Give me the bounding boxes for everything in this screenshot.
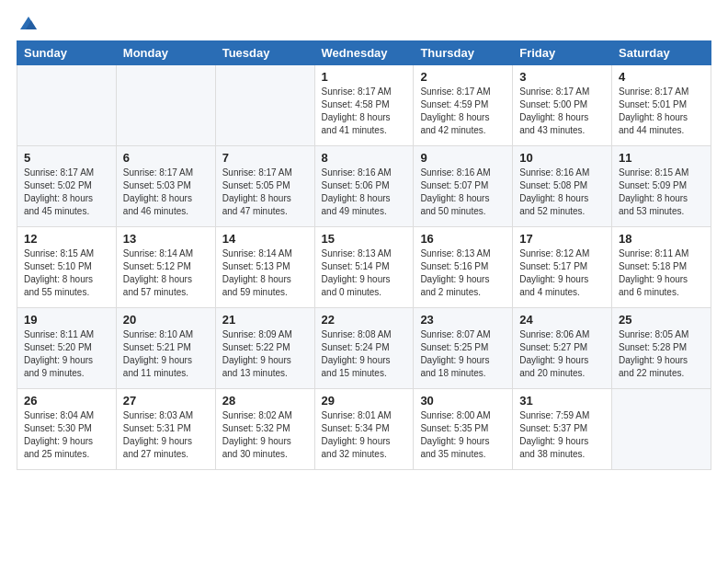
day-number: 16 (420, 232, 506, 246)
day-number: 17 (519, 232, 605, 246)
header (17, 15, 711, 31)
calendar-cell: 8Sunrise: 8:16 AM Sunset: 5:06 PM Daylig… (314, 146, 414, 227)
calendar-cell: 4Sunrise: 8:17 AM Sunset: 5:01 PM Daylig… (612, 65, 711, 146)
calendar-cell: 5Sunrise: 8:17 AM Sunset: 5:02 PM Daylig… (17, 146, 117, 227)
day-number: 1 (322, 70, 407, 84)
day-info: Sunrise: 8:07 AM Sunset: 5:25 PM Dayligh… (420, 328, 506, 380)
day-number: 24 (519, 313, 605, 327)
calendar-cell: 27Sunrise: 8:03 AM Sunset: 5:31 PM Dayli… (116, 389, 215, 470)
day-number: 28 (222, 394, 308, 408)
weekday-header-saturday: Saturday (612, 41, 711, 65)
day-info: Sunrise: 8:17 AM Sunset: 5:01 PM Dayligh… (619, 86, 704, 137)
day-info: Sunrise: 8:15 AM Sunset: 5:10 PM Dayligh… (24, 247, 109, 299)
weekday-header-wednesday: Wednesday (314, 41, 414, 65)
weekday-header-sunday: Sunday (17, 41, 117, 65)
day-info: Sunrise: 8:13 AM Sunset: 5:16 PM Dayligh… (420, 247, 506, 299)
calendar-cell: 12Sunrise: 8:15 AM Sunset: 5:10 PM Dayli… (17, 227, 117, 308)
day-info: Sunrise: 8:16 AM Sunset: 5:07 PM Dayligh… (420, 167, 506, 218)
day-info: Sunrise: 8:11 AM Sunset: 5:20 PM Dayligh… (24, 328, 109, 380)
calendar-cell: 21Sunrise: 8:09 AM Sunset: 5:22 PM Dayli… (215, 308, 314, 389)
day-info: Sunrise: 8:09 AM Sunset: 5:22 PM Dayligh… (222, 328, 308, 380)
day-number: 31 (519, 394, 605, 408)
calendar-cell: 11Sunrise: 8:15 AM Sunset: 5:09 PM Dayli… (612, 146, 711, 227)
calendar-cell: 23Sunrise: 8:07 AM Sunset: 5:25 PM Dayli… (414, 308, 513, 389)
weekday-header-row: SundayMondayTuesdayWednesdayThursdayFrid… (17, 41, 711, 65)
day-info: Sunrise: 8:11 AM Sunset: 5:18 PM Dayligh… (619, 247, 704, 299)
day-number: 7 (222, 151, 308, 165)
day-number: 20 (123, 313, 209, 327)
calendar-cell (116, 65, 215, 146)
day-info: Sunrise: 8:02 AM Sunset: 5:32 PM Dayligh… (222, 409, 308, 461)
calendar-table: SundayMondayTuesdayWednesdayThursdayFrid… (17, 40, 711, 470)
calendar-cell: 20Sunrise: 8:10 AM Sunset: 5:21 PM Dayli… (116, 308, 215, 389)
day-number: 8 (322, 151, 407, 165)
calendar-cell (17, 65, 117, 146)
day-info: Sunrise: 8:17 AM Sunset: 5:02 PM Dayligh… (24, 167, 109, 218)
day-info: Sunrise: 8:00 AM Sunset: 5:35 PM Dayligh… (420, 409, 506, 461)
calendar-cell: 31Sunrise: 7:59 AM Sunset: 5:37 PM Dayli… (513, 389, 612, 470)
day-number: 21 (222, 313, 308, 327)
day-info: Sunrise: 8:16 AM Sunset: 5:06 PM Dayligh… (322, 167, 407, 218)
day-info: Sunrise: 8:13 AM Sunset: 5:14 PM Dayligh… (322, 247, 407, 299)
calendar-cell: 2Sunrise: 8:17 AM Sunset: 4:59 PM Daylig… (414, 65, 513, 146)
day-number: 30 (420, 394, 506, 408)
calendar-cell (215, 65, 314, 146)
calendar-cell: 24Sunrise: 8:06 AM Sunset: 5:27 PM Dayli… (513, 308, 612, 389)
weekday-header-thursday: Thursday (414, 41, 513, 65)
day-number: 11 (619, 151, 704, 165)
weekday-header-monday: Monday (116, 41, 215, 65)
day-info: Sunrise: 8:17 AM Sunset: 4:59 PM Dayligh… (420, 86, 506, 137)
logo-icon (18, 15, 39, 31)
day-info: Sunrise: 8:17 AM Sunset: 4:58 PM Dayligh… (322, 86, 407, 137)
week-row-1: 1Sunrise: 8:17 AM Sunset: 4:58 PM Daylig… (17, 65, 711, 146)
day-number: 14 (222, 232, 308, 246)
day-info: Sunrise: 8:10 AM Sunset: 5:21 PM Dayligh… (123, 328, 209, 380)
week-row-3: 12Sunrise: 8:15 AM Sunset: 5:10 PM Dayli… (17, 227, 711, 308)
day-info: Sunrise: 8:06 AM Sunset: 5:27 PM Dayligh… (519, 328, 605, 380)
day-number: 13 (123, 232, 209, 246)
day-info: Sunrise: 8:14 AM Sunset: 5:13 PM Dayligh… (222, 247, 308, 299)
day-number: 3 (519, 70, 605, 84)
calendar-cell: 9Sunrise: 8:16 AM Sunset: 5:07 PM Daylig… (414, 146, 513, 227)
day-number: 23 (420, 313, 506, 327)
day-info: Sunrise: 8:12 AM Sunset: 5:17 PM Dayligh… (519, 247, 605, 299)
page: SundayMondayTuesdayWednesdayThursdayFrid… (0, 0, 728, 563)
day-number: 27 (123, 394, 209, 408)
day-number: 18 (619, 232, 704, 246)
day-info: Sunrise: 8:14 AM Sunset: 5:12 PM Dayligh… (123, 247, 209, 299)
calendar-cell: 18Sunrise: 8:11 AM Sunset: 5:18 PM Dayli… (612, 227, 711, 308)
day-number: 4 (619, 70, 704, 84)
calendar-cell: 22Sunrise: 8:08 AM Sunset: 5:24 PM Dayli… (314, 308, 414, 389)
day-number: 9 (420, 151, 506, 165)
day-number: 25 (619, 313, 704, 327)
day-number: 26 (24, 394, 109, 408)
day-number: 19 (24, 313, 109, 327)
day-info: Sunrise: 8:17 AM Sunset: 5:03 PM Dayligh… (123, 167, 209, 218)
calendar-cell: 3Sunrise: 8:17 AM Sunset: 5:00 PM Daylig… (513, 65, 612, 146)
calendar-cell: 26Sunrise: 8:04 AM Sunset: 5:30 PM Dayli… (17, 389, 117, 470)
calendar-cell: 16Sunrise: 8:13 AM Sunset: 5:16 PM Dayli… (414, 227, 513, 308)
day-number: 2 (420, 70, 506, 84)
day-number: 22 (322, 313, 407, 327)
day-info: Sunrise: 8:04 AM Sunset: 5:30 PM Dayligh… (24, 409, 109, 461)
day-number: 10 (519, 151, 605, 165)
day-number: 29 (322, 394, 407, 408)
day-number: 15 (322, 232, 407, 246)
calendar-cell: 7Sunrise: 8:17 AM Sunset: 5:05 PM Daylig… (215, 146, 314, 227)
logo (17, 15, 39, 31)
day-number: 6 (123, 151, 209, 165)
day-number: 5 (24, 151, 109, 165)
calendar-cell: 29Sunrise: 8:01 AM Sunset: 5:34 PM Dayli… (314, 389, 414, 470)
day-info: Sunrise: 8:01 AM Sunset: 5:34 PM Dayligh… (322, 409, 407, 461)
day-info: Sunrise: 8:16 AM Sunset: 5:08 PM Dayligh… (519, 167, 605, 218)
day-info: Sunrise: 8:17 AM Sunset: 5:05 PM Dayligh… (222, 167, 308, 218)
calendar-cell: 25Sunrise: 8:05 AM Sunset: 5:28 PM Dayli… (612, 308, 711, 389)
week-row-4: 19Sunrise: 8:11 AM Sunset: 5:20 PM Dayli… (17, 308, 711, 389)
calendar-cell: 19Sunrise: 8:11 AM Sunset: 5:20 PM Dayli… (17, 308, 117, 389)
calendar-cell: 15Sunrise: 8:13 AM Sunset: 5:14 PM Dayli… (314, 227, 414, 308)
calendar-cell: 14Sunrise: 8:14 AM Sunset: 5:13 PM Dayli… (215, 227, 314, 308)
calendar-cell: 1Sunrise: 8:17 AM Sunset: 4:58 PM Daylig… (314, 65, 414, 146)
day-info: Sunrise: 8:15 AM Sunset: 5:09 PM Dayligh… (619, 167, 704, 218)
calendar-cell: 6Sunrise: 8:17 AM Sunset: 5:03 PM Daylig… (116, 146, 215, 227)
calendar-cell: 10Sunrise: 8:16 AM Sunset: 5:08 PM Dayli… (513, 146, 612, 227)
